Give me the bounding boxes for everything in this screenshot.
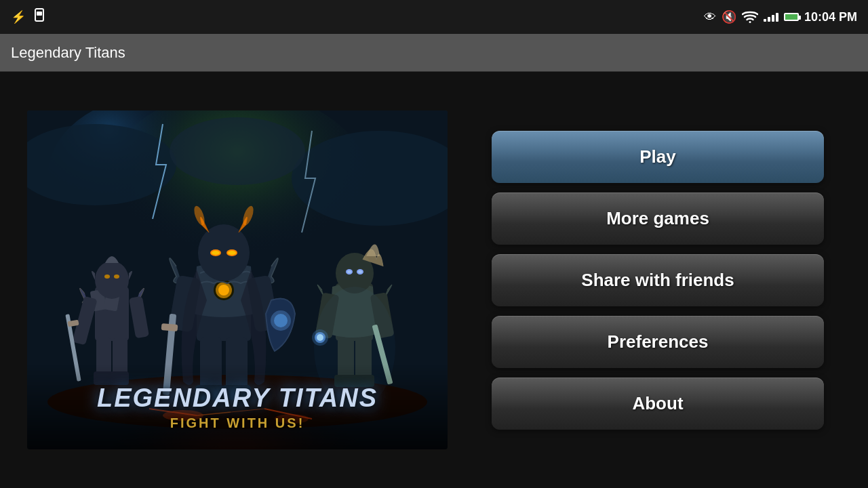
about-button[interactable]: About: [492, 378, 824, 430]
buttons-panel: Play More games Share with friends Prefe…: [475, 131, 841, 430]
mute-icon: 🔇: [722, 9, 736, 24]
play-button[interactable]: Play: [492, 131, 824, 183]
game-image-panel: LEGENDARY TITANS FIGHT WITH US!: [27, 110, 448, 449]
sim-icon: [33, 7, 49, 27]
svg-rect-1: [37, 12, 42, 16]
svg-point-34: [218, 285, 229, 296]
usb-icon: ⚡: [11, 9, 26, 24]
svg-point-40: [212, 251, 220, 255]
status-right-icons: 👁 🔇 10:04 PM: [704, 9, 857, 24]
svg-rect-44: [161, 323, 178, 331]
eye-icon: 👁: [704, 10, 716, 24]
wifi-icon: [742, 10, 758, 24]
svg-point-29: [104, 274, 110, 279]
svg-point-35: [198, 224, 250, 281]
game-title-area: LEGENDARY TITANS FIGHT WITH US!: [27, 365, 448, 449]
svg-point-20: [95, 261, 129, 299]
svg-point-9: [170, 117, 305, 185]
share-button[interactable]: Share with friends: [492, 254, 824, 306]
title-bar: Legendary Titans: [0, 34, 868, 72]
preferences-button[interactable]: Preferences: [492, 316, 824, 368]
status-bar: ⚡ 👁 🔇 10:04 PM: [0, 0, 868, 34]
status-time: 10:04 PM: [804, 10, 857, 24]
svg-point-41: [228, 251, 236, 255]
svg-point-2: [749, 21, 751, 23]
status-left-icons: ⚡: [11, 7, 49, 27]
svg-point-47: [271, 310, 291, 331]
svg-point-57: [358, 270, 362, 273]
signal-icon: [764, 13, 778, 22]
svg-point-56: [347, 270, 351, 273]
battery-icon: [784, 13, 799, 21]
svg-point-30: [114, 274, 119, 279]
app-title: Legendary Titans: [11, 44, 125, 62]
game-title-main: LEGENDARY TITANS: [97, 384, 378, 413]
game-title-sub: FIGHT WITH US!: [170, 415, 305, 431]
main-content: LEGENDARY TITANS FIGHT WITH US! Play Mor…: [0, 72, 868, 488]
more-games-button[interactable]: More games: [492, 192, 824, 245]
